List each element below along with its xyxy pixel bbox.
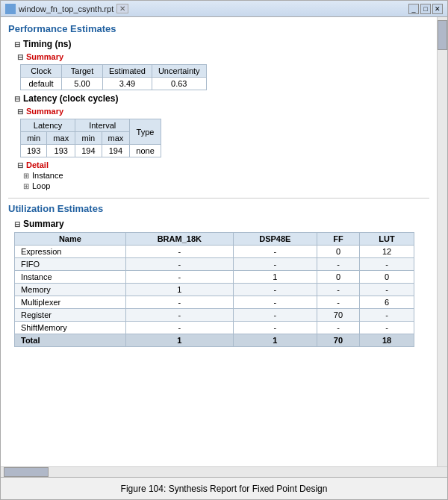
util-name-fifo: FIFO xyxy=(15,258,126,271)
detail-collapse-icon[interactable]: ⊟ xyxy=(17,161,23,169)
performance-title: Performance Estimates xyxy=(8,23,429,34)
timing-subsection: ⊟ Timing (ns) xyxy=(14,39,429,49)
util-name-memory: Memory xyxy=(15,284,126,296)
timing-col-estimated: Estimated xyxy=(103,65,152,78)
util-lut-shiftmemory: - xyxy=(360,322,414,334)
util-col-name: Name xyxy=(15,233,126,246)
title-bar: window_fn_top_csynth.rpt ✕ _ □ ✕ xyxy=(1,1,447,17)
util-ff-multiplexer: - xyxy=(317,296,360,309)
type-val: none xyxy=(130,145,161,157)
close-tab-button[interactable]: ✕ xyxy=(116,4,128,13)
lat-min-header: min xyxy=(21,132,47,145)
latency-label: Latency (clock cycles) xyxy=(23,93,118,104)
table-row: ShiftMemory - - - - xyxy=(15,322,414,334)
timing-collapse-icon[interactable]: ⊟ xyxy=(14,40,20,49)
util-lut-register: - xyxy=(360,309,414,322)
loop-label: Loop xyxy=(32,181,50,190)
util-ff-instance: 0 xyxy=(317,271,360,284)
main-content: Performance Estimates ⊟ Timing (ns) ⊟ Su… xyxy=(1,17,437,466)
instance-expand-icon[interactable]: ⊞ xyxy=(23,172,29,180)
footer-text: Figure 104: Synthesis Report for Fixed P… xyxy=(121,484,328,494)
latency-collapse-icon[interactable]: ⊟ xyxy=(14,95,20,103)
timing-label: Timing (ns) xyxy=(23,39,71,49)
loop-tree-item[interactable]: ⊞ Loop xyxy=(23,181,429,190)
timing-summary-label: ⊟ Summary xyxy=(17,52,429,61)
instance-label: Instance xyxy=(32,171,63,180)
footer-bar: Figure 104: Synthesis Report for Fixed P… xyxy=(1,477,447,499)
scrollbar-thumb[interactable] xyxy=(438,20,447,50)
util-ff-total: 70 xyxy=(317,334,360,347)
int-min-header: min xyxy=(75,132,102,145)
util-col-bram: BRAM_18K xyxy=(125,233,233,246)
util-dsp-instance: 1 xyxy=(233,271,317,284)
util-bram-register: - xyxy=(125,309,233,322)
int-max-val: 194 xyxy=(102,145,130,157)
latency-table: Latency Interval Type min max min max xyxy=(20,119,161,157)
util-bram-multiplexer: - xyxy=(125,296,233,309)
util-bram-fifo: - xyxy=(125,258,233,271)
util-bram-total: 1 xyxy=(125,334,233,347)
util-dsp-shiftmemory: - xyxy=(233,322,317,334)
interval-header: Interval xyxy=(75,119,130,132)
util-ff-fifo: - xyxy=(317,258,360,271)
h-scrollbar-thumb[interactable] xyxy=(4,467,49,477)
util-name-instance: Instance xyxy=(15,271,126,284)
util-summary-subsection: ⊟ Summary xyxy=(14,219,429,229)
vertical-scrollbar[interactable] xyxy=(437,17,447,466)
timing-summary-text: Summary xyxy=(26,52,63,61)
util-dsp-multiplexer: - xyxy=(233,296,317,309)
close-window-button[interactable]: ✕ xyxy=(432,4,443,14)
horizontal-scrollbar[interactable] xyxy=(1,466,447,477)
maximize-button[interactable]: □ xyxy=(420,4,431,14)
util-col-dsp: DSP48E xyxy=(233,233,317,246)
table-row: Multiplexer - - - 6 xyxy=(15,296,414,309)
util-ff-shiftmemory: - xyxy=(317,322,360,334)
title-bar-left: window_fn_top_csynth.rpt ✕ xyxy=(5,4,128,14)
int-max-header: max xyxy=(102,132,130,145)
lat-min-val: 193 xyxy=(21,145,47,157)
util-ff-expression: 0 xyxy=(317,246,360,258)
table-row: FIFO - - - - xyxy=(15,258,414,271)
latency-summary-label: ⊟ Summary xyxy=(17,107,429,116)
latency-summary-text: Summary xyxy=(26,107,63,116)
util-name-total: Total xyxy=(15,334,126,347)
int-min-val: 194 xyxy=(75,145,102,157)
type-header: Type xyxy=(130,119,161,145)
util-dsp-expression: - xyxy=(233,246,317,258)
util-lut-instance: 0 xyxy=(360,271,414,284)
table-row: Instance - 1 0 0 xyxy=(15,271,414,284)
lat-max-val: 193 xyxy=(47,145,75,157)
performance-section: Performance Estimates ⊟ Timing (ns) ⊟ Su… xyxy=(8,23,429,190)
util-lut-expression: 12 xyxy=(360,246,414,258)
loop-expand-icon[interactable]: ⊞ xyxy=(23,182,29,190)
latency-subsection: ⊟ Latency (clock cycles) xyxy=(14,93,429,104)
util-lut-memory: - xyxy=(360,284,414,296)
table-row: Memory 1 - - - xyxy=(15,284,414,296)
lat-max-header: max xyxy=(47,132,75,145)
util-name-expression: Expression xyxy=(15,246,126,258)
latency-header: Latency xyxy=(21,119,75,132)
utilization-title: Utilization Estimates xyxy=(8,203,429,214)
timing-clock: default xyxy=(21,78,62,90)
util-summary-collapse-icon[interactable]: ⊟ xyxy=(14,220,20,228)
timing-col-uncertainty: Uncertainty xyxy=(152,65,206,78)
detail-text: Detail xyxy=(26,160,49,169)
util-col-ff: FF xyxy=(317,233,360,246)
util-dsp-memory: - xyxy=(233,284,317,296)
latency-summary-collapse-icon[interactable]: ⊟ xyxy=(17,107,23,116)
timing-target: 5.00 xyxy=(62,78,103,90)
util-lut-total: 18 xyxy=(360,334,414,347)
window-controls: _ □ ✕ xyxy=(408,4,443,14)
util-name-shiftmemory: ShiftMemory xyxy=(15,322,126,334)
timing-summary-collapse-icon[interactable]: ⊟ xyxy=(17,53,23,61)
instance-tree-item[interactable]: ⊞ Instance xyxy=(23,171,429,180)
main-window: window_fn_top_csynth.rpt ✕ _ □ ✕ Perform… xyxy=(0,0,448,500)
timing-col-clock: Clock xyxy=(21,65,62,78)
util-bram-shiftmemory: - xyxy=(125,322,233,334)
timing-table: Clock Target Estimated Uncertainty defau… xyxy=(20,64,207,90)
minimize-button[interactable]: _ xyxy=(408,4,419,14)
file-icon xyxy=(5,4,16,14)
table-row: 193 193 194 194 none xyxy=(21,145,161,157)
util-col-lut: LUT xyxy=(360,233,414,246)
title-bar-filename: window_fn_top_csynth.rpt xyxy=(19,4,113,13)
